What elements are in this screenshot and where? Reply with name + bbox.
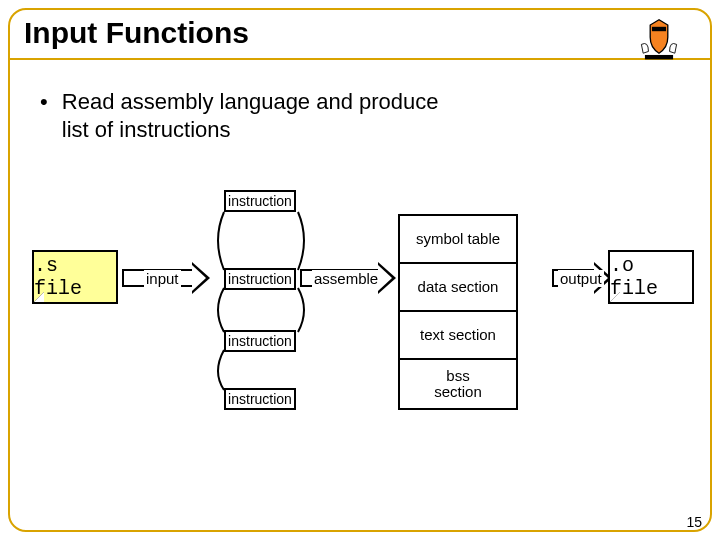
slide-frame: Input Functions • Read assembly language… bbox=[8, 8, 712, 532]
crest-icon bbox=[632, 18, 686, 62]
bullet-dot-icon: • bbox=[40, 88, 48, 116]
title-bar: Input Functions bbox=[10, 12, 710, 60]
page-title: Input Functions bbox=[24, 16, 249, 49]
bullet-line-2: list of instructions bbox=[62, 117, 231, 142]
bullet-line-1: Read assembly language and produce bbox=[62, 89, 439, 114]
page-number: 15 bbox=[686, 514, 702, 530]
svg-rect-0 bbox=[652, 27, 666, 31]
svg-rect-1 bbox=[645, 55, 673, 59]
bullet-item: • Read assembly language and produce lis… bbox=[40, 88, 439, 143]
